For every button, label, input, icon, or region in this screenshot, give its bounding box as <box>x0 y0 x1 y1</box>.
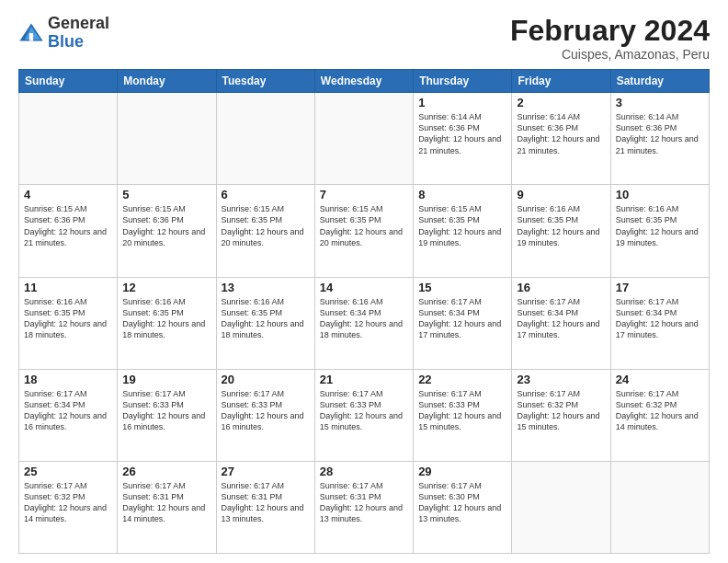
calendar-table: SundayMondayTuesdayWednesdayThursdayFrid… <box>18 69 710 554</box>
day-number: 5 <box>122 188 210 201</box>
weekday-header-saturday: Saturday <box>610 70 709 93</box>
calendar-cell: 13Sunrise: 6:16 AMSunset: 6:35 PMDayligh… <box>216 277 314 369</box>
day-number: 2 <box>517 96 605 109</box>
weekday-header-monday: Monday <box>118 70 216 93</box>
calendar-cell: 17Sunrise: 6:17 AMSunset: 6:34 PMDayligh… <box>610 277 709 369</box>
calendar-cell: 29Sunrise: 6:17 AMSunset: 6:30 PMDayligh… <box>414 461 512 553</box>
day-info: Sunrise: 6:17 AMSunset: 6:32 PMDaylight:… <box>616 388 704 433</box>
day-number: 4 <box>24 188 112 201</box>
calendar-cell: 8Sunrise: 6:15 AMSunset: 6:35 PMDaylight… <box>414 185 512 277</box>
day-info: Sunrise: 6:17 AMSunset: 6:34 PMDaylight:… <box>418 296 506 341</box>
day-info: Sunrise: 6:17 AMSunset: 6:33 PMDaylight:… <box>418 388 506 433</box>
calendar-cell: 10Sunrise: 6:16 AMSunset: 6:35 PMDayligh… <box>610 185 709 277</box>
day-info: Sunrise: 6:15 AMSunset: 6:35 PMDaylight:… <box>222 203 310 248</box>
calendar-cell: 12Sunrise: 6:16 AMSunset: 6:35 PMDayligh… <box>118 277 216 369</box>
day-info: Sunrise: 6:14 AMSunset: 6:36 PMDaylight:… <box>517 111 605 156</box>
calendar-week-row: 18Sunrise: 6:17 AMSunset: 6:34 PMDayligh… <box>19 369 710 461</box>
calendar-cell <box>512 461 610 553</box>
day-info: Sunrise: 6:15 AMSunset: 6:35 PMDaylight:… <box>320 203 408 248</box>
day-number: 21 <box>320 373 408 386</box>
day-info: Sunrise: 6:17 AMSunset: 6:31 PMDaylight:… <box>222 480 310 525</box>
day-number: 10 <box>616 188 704 201</box>
calendar-cell: 7Sunrise: 6:15 AMSunset: 6:35 PMDaylight… <box>314 185 413 277</box>
day-info: Sunrise: 6:17 AMSunset: 6:34 PMDaylight:… <box>24 388 112 433</box>
day-number: 26 <box>122 465 210 478</box>
calendar-cell <box>118 93 216 185</box>
day-number: 18 <box>24 373 112 386</box>
header: General Blue February 2024 Cuispes, Amaz… <box>18 15 710 62</box>
day-info: Sunrise: 6:16 AMSunset: 6:34 PMDaylight:… <box>320 296 408 341</box>
day-number: 27 <box>222 465 310 478</box>
day-info: Sunrise: 6:17 AMSunset: 6:31 PMDaylight:… <box>122 480 210 525</box>
calendar-cell: 9Sunrise: 6:16 AMSunset: 6:35 PMDaylight… <box>512 185 610 277</box>
calendar-cell: 21Sunrise: 6:17 AMSunset: 6:33 PMDayligh… <box>314 369 413 461</box>
calendar-cell: 18Sunrise: 6:17 AMSunset: 6:34 PMDayligh… <box>19 369 118 461</box>
day-number: 8 <box>418 188 506 201</box>
day-number: 13 <box>222 281 310 294</box>
day-info: Sunrise: 6:14 AMSunset: 6:36 PMDaylight:… <box>616 111 704 156</box>
day-number: 16 <box>517 281 605 294</box>
day-number: 11 <box>24 281 112 294</box>
calendar-cell: 16Sunrise: 6:17 AMSunset: 6:34 PMDayligh… <box>512 277 610 369</box>
calendar-cell: 19Sunrise: 6:17 AMSunset: 6:33 PMDayligh… <box>118 369 216 461</box>
calendar-week-row: 25Sunrise: 6:17 AMSunset: 6:32 PMDayligh… <box>19 461 710 553</box>
svg-rect-2 <box>29 33 33 40</box>
weekday-header-tuesday: Tuesday <box>216 70 314 93</box>
calendar-cell: 5Sunrise: 6:15 AMSunset: 6:36 PMDaylight… <box>118 185 216 277</box>
logo: General Blue <box>18 15 109 52</box>
calendar-cell <box>610 461 709 553</box>
day-number: 29 <box>418 465 506 478</box>
weekday-header-friday: Friday <box>512 70 610 93</box>
calendar-cell: 27Sunrise: 6:17 AMSunset: 6:31 PMDayligh… <box>216 461 314 553</box>
day-info: Sunrise: 6:17 AMSunset: 6:33 PMDaylight:… <box>122 388 210 433</box>
day-number: 17 <box>616 281 704 294</box>
title-block: February 2024 Cuispes, Amazonas, Peru <box>510 15 710 62</box>
calendar-cell: 28Sunrise: 6:17 AMSunset: 6:31 PMDayligh… <box>314 461 413 553</box>
calendar-cell: 22Sunrise: 6:17 AMSunset: 6:33 PMDayligh… <box>414 369 512 461</box>
day-number: 24 <box>616 373 704 386</box>
calendar-header-row: SundayMondayTuesdayWednesdayThursdayFrid… <box>19 70 710 93</box>
day-number: 14 <box>320 281 408 294</box>
title-location: Cuispes, Amazonas, Peru <box>510 47 710 62</box>
calendar-cell: 1Sunrise: 6:14 AMSunset: 6:36 PMDaylight… <box>414 93 512 185</box>
day-info: Sunrise: 6:17 AMSunset: 6:31 PMDaylight:… <box>320 480 408 525</box>
day-info: Sunrise: 6:15 AMSunset: 6:36 PMDaylight:… <box>24 203 112 248</box>
day-number: 28 <box>320 465 408 478</box>
calendar-cell <box>19 93 118 185</box>
calendar-week-row: 11Sunrise: 6:16 AMSunset: 6:35 PMDayligh… <box>19 277 710 369</box>
day-number: 22 <box>418 373 506 386</box>
day-info: Sunrise: 6:16 AMSunset: 6:35 PMDaylight:… <box>122 296 210 341</box>
day-info: Sunrise: 6:14 AMSunset: 6:36 PMDaylight:… <box>418 111 506 156</box>
day-info: Sunrise: 6:16 AMSunset: 6:35 PMDaylight:… <box>616 203 704 248</box>
day-info: Sunrise: 6:17 AMSunset: 6:32 PMDaylight:… <box>517 388 605 433</box>
calendar-cell: 14Sunrise: 6:16 AMSunset: 6:34 PMDayligh… <box>314 277 413 369</box>
day-info: Sunrise: 6:17 AMSunset: 6:32 PMDaylight:… <box>24 480 112 525</box>
day-info: Sunrise: 6:15 AMSunset: 6:36 PMDaylight:… <box>122 203 210 248</box>
calendar-cell: 25Sunrise: 6:17 AMSunset: 6:32 PMDayligh… <box>19 461 118 553</box>
calendar-cell: 24Sunrise: 6:17 AMSunset: 6:32 PMDayligh… <box>610 369 709 461</box>
day-info: Sunrise: 6:15 AMSunset: 6:35 PMDaylight:… <box>418 203 506 248</box>
day-info: Sunrise: 6:17 AMSunset: 6:34 PMDaylight:… <box>517 296 605 341</box>
day-number: 1 <box>418 96 506 109</box>
calendar-cell: 20Sunrise: 6:17 AMSunset: 6:33 PMDayligh… <box>216 369 314 461</box>
day-info: Sunrise: 6:17 AMSunset: 6:34 PMDaylight:… <box>616 296 704 341</box>
day-number: 15 <box>418 281 506 294</box>
day-info: Sunrise: 6:17 AMSunset: 6:33 PMDaylight:… <box>320 388 408 433</box>
calendar-cell: 15Sunrise: 6:17 AMSunset: 6:34 PMDayligh… <box>414 277 512 369</box>
calendar-week-row: 4Sunrise: 6:15 AMSunset: 6:36 PMDaylight… <box>19 185 710 277</box>
day-number: 3 <box>616 96 704 109</box>
day-number: 25 <box>24 465 112 478</box>
logo-general: General <box>48 15 109 33</box>
calendar-cell: 11Sunrise: 6:16 AMSunset: 6:35 PMDayligh… <box>19 277 118 369</box>
weekday-header-thursday: Thursday <box>414 70 512 93</box>
day-number: 19 <box>122 373 210 386</box>
day-info: Sunrise: 6:17 AMSunset: 6:33 PMDaylight:… <box>222 388 310 433</box>
day-info: Sunrise: 6:16 AMSunset: 6:35 PMDaylight:… <box>24 296 112 341</box>
day-number: 23 <box>517 373 605 386</box>
calendar-cell: 23Sunrise: 6:17 AMSunset: 6:32 PMDayligh… <box>512 369 610 461</box>
logo-icon <box>18 20 44 46</box>
calendar-cell: 6Sunrise: 6:15 AMSunset: 6:35 PMDaylight… <box>216 185 314 277</box>
page: General Blue February 2024 Cuispes, Amaz… <box>0 0 728 563</box>
calendar-cell: 4Sunrise: 6:15 AMSunset: 6:36 PMDaylight… <box>19 185 118 277</box>
calendar-cell: 2Sunrise: 6:14 AMSunset: 6:36 PMDaylight… <box>512 93 610 185</box>
